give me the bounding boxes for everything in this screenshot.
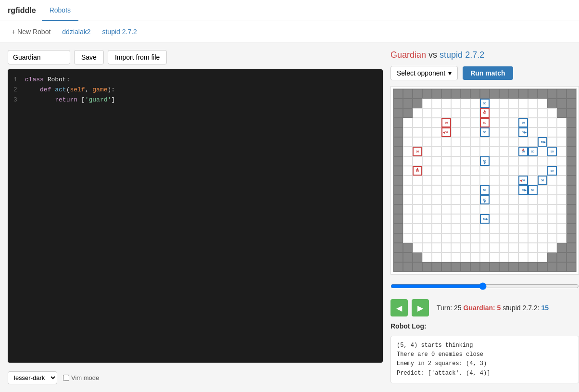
grid-cell xyxy=(566,176,576,185)
grid-cell xyxy=(432,99,441,108)
grid-cell xyxy=(566,99,576,108)
grid-cell xyxy=(461,137,470,147)
grid-cell xyxy=(441,137,451,147)
grid-cell xyxy=(393,262,403,272)
grid-cell xyxy=(547,195,557,204)
import-button[interactable]: Import from file xyxy=(108,50,167,64)
grid-cell xyxy=(490,224,499,233)
grid-cell xyxy=(557,99,566,108)
grid-cell xyxy=(461,127,470,137)
grid-cell xyxy=(432,195,441,204)
grid-cell xyxy=(557,176,566,185)
grid-cell xyxy=(393,243,403,253)
grid-cell xyxy=(566,224,576,233)
grid-cell xyxy=(461,195,470,204)
grid-cell xyxy=(413,137,422,147)
prev-button[interactable]: ◀ xyxy=(390,299,408,316)
run-match-button[interactable]: Run match xyxy=(463,66,513,80)
grid-cell: 50◄ xyxy=(518,176,528,185)
grid-cell xyxy=(393,185,403,195)
grid-cell xyxy=(490,108,499,118)
grid-cell xyxy=(518,108,528,118)
grid-cell xyxy=(461,204,470,214)
tab-ddzialak2[interactable]: ddzialak2 xyxy=(58,26,94,38)
new-robot-button[interactable]: + New Robot xyxy=(8,26,54,38)
grid-cell xyxy=(403,147,413,156)
grid-cell xyxy=(461,166,470,176)
grid-cell xyxy=(528,99,538,108)
grid-cell xyxy=(393,176,403,185)
grid-cell xyxy=(566,185,576,195)
grid-cell xyxy=(413,243,422,253)
grid-cell xyxy=(432,156,441,166)
grid-cell xyxy=(547,118,557,127)
grid-cell xyxy=(403,253,413,262)
grid-cell: 50▼ xyxy=(480,195,490,204)
grid-cell xyxy=(557,156,566,166)
grid-cell xyxy=(509,185,518,195)
tab-stupid[interactable]: stupid 2.7.2 xyxy=(98,26,140,38)
grid-cell xyxy=(451,253,461,262)
grid-cell xyxy=(509,176,518,185)
grid-cell xyxy=(422,262,432,272)
grid-cell xyxy=(451,176,461,185)
grid-cell xyxy=(490,214,499,224)
code-editor[interactable]: 1 2 3 class Robot: def act(self, game): … xyxy=(8,69,383,363)
grid-cell xyxy=(432,147,441,156)
grid-cell xyxy=(499,89,509,99)
grid-cell xyxy=(393,214,403,224)
grid-cell xyxy=(518,89,528,99)
grid-cell xyxy=(499,204,509,214)
grid-cell xyxy=(422,147,432,156)
grid-cell xyxy=(403,195,413,204)
grid-cell xyxy=(538,118,547,127)
grid-cell xyxy=(470,89,480,99)
grid-cell xyxy=(480,243,490,253)
grid-cell xyxy=(538,253,547,262)
grid-cell xyxy=(441,233,451,243)
next-button[interactable]: ▶ xyxy=(412,299,429,316)
grid-cell xyxy=(499,253,509,262)
grid-cell xyxy=(413,185,422,195)
grid-cell xyxy=(403,224,413,233)
grid-cell xyxy=(470,224,480,233)
theme-select[interactable]: lesser-dark xyxy=(8,371,57,384)
grid-cell xyxy=(499,195,509,204)
turn-slider[interactable] xyxy=(390,282,579,290)
grid-cell xyxy=(393,108,403,118)
grid-cell xyxy=(432,118,441,127)
grid-cell xyxy=(413,233,422,243)
grid-cell xyxy=(566,156,576,166)
vim-mode-checkbox[interactable] xyxy=(63,375,69,381)
log-line-3: Enemy in 2 squares: (4, 3) xyxy=(397,359,573,368)
prev-icon: ◀ xyxy=(396,303,402,313)
grid-cell xyxy=(422,214,432,224)
grid-cell xyxy=(441,147,451,156)
grid-cell xyxy=(470,185,480,195)
grid-cell xyxy=(422,108,432,118)
grid-cell xyxy=(499,147,509,156)
grid-cell xyxy=(461,224,470,233)
grid-cell xyxy=(413,176,422,185)
editor-toolbar: Save Import from file xyxy=(8,50,383,64)
grid-cell xyxy=(451,147,461,156)
grid-cell xyxy=(528,127,538,137)
robot-name-input[interactable] xyxy=(8,50,70,64)
grid-cell xyxy=(528,253,538,262)
tabs-bar: + New Robot ddzialak2 stupid 2.7.2 xyxy=(0,21,579,42)
grid-cell xyxy=(538,195,547,204)
grid-cell xyxy=(432,166,441,176)
grid-cell: 50◄ xyxy=(441,127,451,137)
grid-cell xyxy=(490,195,499,204)
grid-cell xyxy=(557,108,566,118)
nav-tab-robots[interactable]: Robots xyxy=(42,0,78,21)
robot-log-label: Robot Log: xyxy=(390,322,579,330)
grid-cell xyxy=(480,176,490,185)
grid-cell xyxy=(470,233,480,243)
grid-cell xyxy=(461,243,470,253)
select-opponent-button[interactable]: Select opponent ▾ xyxy=(390,66,458,80)
grid-cell xyxy=(547,185,557,195)
grid-cell xyxy=(432,89,441,99)
grid-cell xyxy=(547,89,557,99)
save-button[interactable]: Save xyxy=(74,50,104,64)
